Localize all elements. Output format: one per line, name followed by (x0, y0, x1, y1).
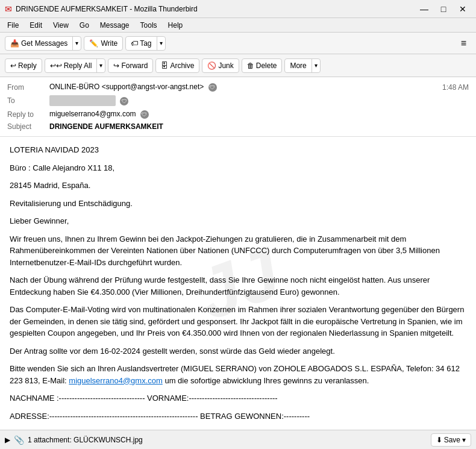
archive-button[interactable]: 🗄 Archive (155, 58, 199, 73)
email-body[interactable]: JJ LOTERIA NAVIDAD 2023 Büro : Calle Ale… (0, 137, 476, 430)
body-para4: Nach der Übung während der Prüfung wurde… (10, 274, 466, 298)
get-messages-button[interactable]: 📥 Get Messages (5, 37, 72, 50)
body-para3: Wir freuen uns, Ihnen zu Ihrem Gewinn be… (10, 233, 466, 269)
write-button[interactable]: ✏️ Write (84, 36, 123, 51)
tag-split: 🏷 Tag ▾ (125, 36, 165, 51)
from-row: From ONLINE-BÜRO <support@angst-vor-angs… (7, 81, 469, 93)
junk-icon: 🚫 (207, 61, 216, 70)
body-line1: LOTERIA NAVIDAD 2023 (10, 144, 466, 156)
close-button[interactable]: ✕ (454, 2, 471, 16)
reply-privacy-icon[interactable]: 🛡 (140, 110, 149, 119)
body-line3: 28145 Madrid, España. (10, 180, 466, 192)
reply-all-split: ↩↩ Reply All ▾ (45, 58, 106, 73)
body-para2: Lieber Gewinner, (10, 215, 466, 227)
reply-icon: ↩ (10, 61, 16, 70)
titlebar: ✉ DRINGENDE AUFMERKSAMKEIT - Mozilla Thu… (0, 0, 476, 18)
body-para1: Revitalisierung und Entschädigung. (10, 198, 466, 210)
menu-tools[interactable]: Tools (136, 20, 162, 31)
email-content: LOTERIA NAVIDAD 2023 Büro : Calle Alejan… (10, 144, 466, 430)
more-dropdown[interactable]: ▾ (312, 59, 320, 72)
hamburger-menu[interactable]: ≡ (456, 36, 471, 51)
menu-file[interactable]: File (2, 20, 23, 31)
maximize-button[interactable]: □ (435, 2, 452, 16)
get-messages-label: Get Messages (21, 39, 67, 48)
body-para6: Der Antrag sollte vor dem 16-02-2024 ges… (10, 345, 466, 357)
menu-help[interactable]: Help (163, 20, 188, 31)
to-value: ████████████ 🛡 (49, 95, 469, 106)
statusbar: ▶ 📎 1 attachment: GLÜCKWUNSCH.jpg ⬇ Save… (0, 430, 476, 449)
get-messages-dropdown[interactable]: ▾ (72, 37, 81, 50)
email-time: 1:48 AM (442, 83, 469, 92)
expand-icon[interactable]: ▶ (5, 436, 10, 444)
more-button[interactable]: More (285, 59, 311, 72)
save-dropdown-icon[interactable]: ▾ (462, 436, 466, 444)
form-line2: ADRESSE:--------------------------------… (10, 410, 466, 422)
minimize-button[interactable]: — (416, 2, 433, 16)
to-email: ████████████ (49, 95, 116, 106)
to-privacy-icon[interactable]: 🛡 (120, 97, 128, 105)
from-value: ONLINE-BÜRO <support@angst-vor-angst.net… (49, 83, 442, 92)
main-content: ↩ Reply ↩↩ Reply All ▾ ↪ Forward 🗄 Archi… (0, 54, 476, 449)
reply-to-row: Reply to miguelserrano4@gmx.com 🛡 (7, 108, 469, 121)
more-split: More ▾ (284, 58, 320, 73)
reply-to-value: miguelserrano4@gmx.com 🛡 (49, 110, 469, 119)
body-para5: Das Computer-E-Mail-Voting wird von mult… (10, 304, 466, 339)
save-button[interactable]: ⬇ Save ▾ (431, 433, 471, 447)
delete-icon: 🗑 (247, 61, 254, 70)
tag-button[interactable]: 🏷 Tag (126, 37, 156, 50)
reply-all-icon: ↩↩ (50, 61, 62, 70)
reply-all-dropdown[interactable]: ▾ (96, 59, 105, 72)
app-icon: ✉ (5, 4, 12, 14)
email-link[interactable]: miguelserrano4@gmx.com (69, 376, 163, 385)
menu-go[interactable]: Go (75, 20, 94, 31)
subject-row: Subject DRINGENDE AUFMERKSAMKEIT (7, 121, 469, 133)
delete-button[interactable]: 🗑 Delete (242, 58, 283, 73)
reply-button[interactable]: ↩ Reply (5, 58, 42, 73)
toolbar: 📥 Get Messages ▾ ✏️ Write 🏷 Tag ▾ ≡ (0, 33, 476, 54)
window-title: DRINGENDE AUFMERKSAMKEIT - Mozilla Thund… (16, 5, 416, 13)
save-icon: ⬇ (436, 436, 442, 444)
tag-dropdown[interactable]: ▾ (157, 37, 165, 50)
form-line1: NACHNAME :------------------------------… (10, 392, 466, 404)
archive-icon: 🗄 (161, 61, 168, 70)
envelope-icon: 📥 (10, 39, 19, 48)
to-row: To ████████████ 🛡 (7, 93, 469, 108)
action-bar: ↩ Reply ↩↩ Reply All ▾ ↪ Forward 🗄 Archi… (0, 54, 476, 77)
write-icon: ✏️ (89, 39, 98, 48)
reply-all-button[interactable]: ↩↩ Reply All (45, 59, 97, 72)
attachment-label: 1 attachment: GLÜCKWUNSCH.jpg (28, 436, 143, 444)
subject-value: DRINGENDE AUFMERKSAMKEIT (49, 122, 469, 131)
menu-edit[interactable]: Edit (25, 20, 47, 31)
get-messages-split: 📥 Get Messages ▾ (5, 36, 81, 51)
forward-button[interactable]: ↪ Forward (108, 58, 153, 73)
privacy-icon[interactable]: 🛡 (208, 83, 217, 92)
forward-icon: ↪ (113, 61, 119, 70)
body-line2: Büro : Calle Alejandro X11 18, (10, 162, 466, 174)
window-controls: — □ ✕ (416, 2, 471, 16)
to-label: To (7, 96, 49, 105)
tag-icon: 🏷 (131, 39, 138, 48)
menu-message[interactable]: Message (95, 20, 134, 31)
body-para7: Bitte wenden Sie sich an Ihren Auslandsv… (10, 363, 466, 386)
subject-label: Subject (7, 122, 49, 131)
menu-view[interactable]: View (48, 20, 74, 31)
reply-to-label: Reply to (7, 110, 49, 119)
menubar: File Edit View Go Message Tools Help (0, 18, 476, 33)
form-line3: STAATSANGEHÖRIGKEIT:--------------------… (10, 428, 466, 430)
from-label: From (7, 83, 49, 92)
attachment-icon: 📎 (14, 435, 24, 445)
email-header: From ONLINE-BÜRO <support@angst-vor-angs… (0, 77, 476, 137)
junk-button[interactable]: 🚫 Junk (202, 58, 239, 73)
